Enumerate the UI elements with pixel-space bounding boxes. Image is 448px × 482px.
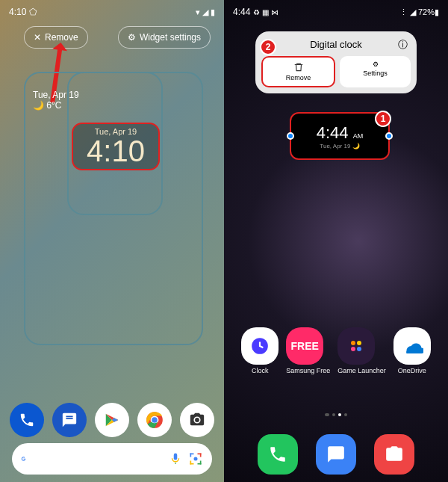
info-icon[interactable]: ⓘ bbox=[398, 38, 408, 52]
samsung-pane: 4:44 ♻ ▦ ⋈ ⋮ ◢ 72%▮ 2 Digital clock ⓘ Re… bbox=[224, 0, 448, 482]
close-icon: ✕ bbox=[34, 32, 41, 43]
camera-app[interactable] bbox=[180, 403, 214, 437]
resize-handle-left[interactable] bbox=[287, 132, 294, 140]
page-dot bbox=[338, 413, 341, 416]
pixel-pane: 4:10 ⬠ ▾ ◢ ▮ ✕ Remove ⚙ Widget settings … bbox=[0, 0, 224, 482]
search-bar[interactable] bbox=[12, 443, 212, 475]
svg-point-13 bbox=[351, 341, 355, 345]
resize-handle-right[interactable] bbox=[385, 132, 393, 140]
app-onedrive[interactable]: OneDrive bbox=[393, 327, 431, 374]
svg-point-14 bbox=[357, 341, 361, 345]
page-dot bbox=[344, 413, 347, 416]
clock-widget[interactable]: Tue, Apr 19 4:10 bbox=[72, 123, 160, 170]
gear-icon: ⚙ bbox=[373, 61, 379, 68]
chrome-app[interactable] bbox=[137, 403, 172, 437]
lens-icon[interactable] bbox=[188, 451, 203, 466]
messages-app[interactable] bbox=[52, 403, 87, 437]
phone-app[interactable] bbox=[258, 434, 298, 475]
search-input[interactable] bbox=[32, 453, 163, 465]
status-time: 4:44 bbox=[233, 7, 250, 17]
status-bar: 4:44 ♻ ▦ ⋈ ⋮ ◢ 72%▮ bbox=[224, 4, 448, 19]
status-app-icon: ⬠ bbox=[29, 7, 37, 17]
svg-rect-8 bbox=[190, 461, 192, 465]
page-dot bbox=[325, 413, 329, 416]
dock bbox=[224, 434, 448, 475]
status-time: 4:10 bbox=[9, 7, 26, 17]
dwidget-date: Tue, Apr 19 🌙 bbox=[320, 143, 359, 149]
status-indicators: ⋮ ◢ 72%▮ bbox=[399, 7, 439, 17]
panel-settings-label: Settings bbox=[363, 69, 388, 77]
status-nicons: ♻ ▦ ⋈ bbox=[253, 8, 279, 16]
annotation-badge-1: 1 bbox=[375, 111, 391, 127]
weather-mini[interactable]: Tue, Apr 19 🌙 6°C bbox=[33, 90, 79, 111]
svg-rect-6 bbox=[200, 454, 202, 457]
google-logo-icon bbox=[21, 451, 26, 466]
panel-remove-button[interactable]: Remove bbox=[261, 56, 335, 87]
camera-app[interactable] bbox=[374, 434, 414, 475]
widget-settings-label: Widget settings bbox=[140, 32, 201, 43]
panel-title: Digital clock bbox=[310, 39, 361, 50]
app-row: Clock FREE Samsung Free Game Launcher On… bbox=[224, 327, 448, 374]
app-samsung-free[interactable]: FREE Samsung Free bbox=[286, 327, 330, 374]
svg-point-11 bbox=[194, 457, 198, 461]
panel-settings-button[interactable]: ⚙ Settings bbox=[340, 56, 411, 87]
widget-panel: Digital clock ⓘ Remove ⚙ Settings bbox=[255, 31, 417, 93]
status-bar: 4:10 ⬠ ▾ ◢ ▮ bbox=[0, 4, 224, 19]
svg-rect-10 bbox=[200, 461, 202, 465]
dwidget-time: 4:44 AM bbox=[317, 123, 363, 143]
mini-temp: 🌙 6°C bbox=[33, 100, 79, 111]
play-store-app[interactable] bbox=[95, 403, 129, 437]
page-dot bbox=[332, 413, 335, 416]
widget-time: 4:10 bbox=[75, 136, 157, 166]
page-indicator[interactable] bbox=[224, 413, 448, 416]
trash-icon bbox=[293, 62, 304, 72]
dock bbox=[0, 403, 224, 437]
svg-point-16 bbox=[357, 347, 361, 351]
widget-settings-button[interactable]: ⚙ Widget settings bbox=[118, 26, 211, 49]
gear-icon: ⚙ bbox=[128, 32, 136, 43]
svg-point-2 bbox=[152, 417, 158, 423]
annotation-badge-2: 2 bbox=[260, 39, 276, 55]
panel-remove-label: Remove bbox=[286, 74, 311, 81]
status-indicators: ▾ ◢ ▮ bbox=[196, 7, 215, 17]
app-game-launcher[interactable]: Game Launcher bbox=[337, 327, 386, 374]
app-clock[interactable]: Clock bbox=[241, 327, 279, 374]
svg-point-15 bbox=[351, 347, 355, 351]
mic-icon[interactable] bbox=[169, 452, 182, 466]
messages-app[interactable] bbox=[316, 434, 356, 475]
svg-rect-4 bbox=[190, 454, 192, 457]
phone-app[interactable] bbox=[10, 403, 44, 437]
mini-date: Tue, Apr 19 bbox=[33, 90, 79, 100]
